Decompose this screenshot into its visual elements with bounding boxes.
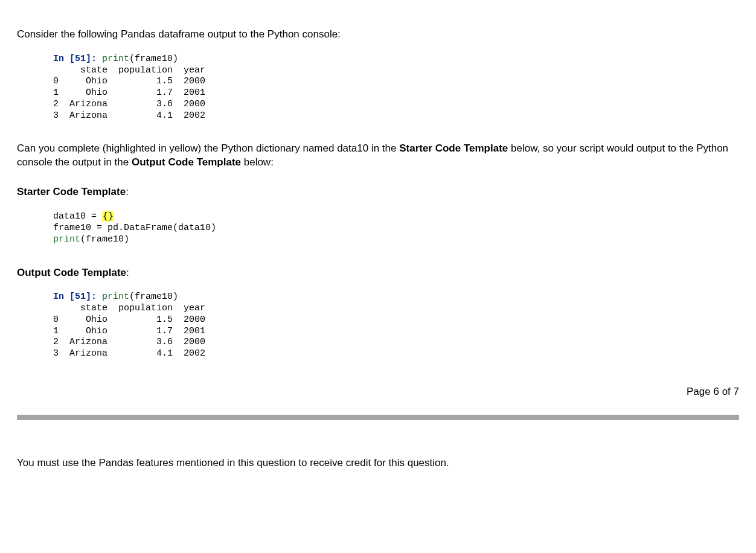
df-row-3: 3 Arizona 4.1 2002 [53, 110, 205, 121]
in-close: ]: [86, 54, 102, 64]
df-row-1: 1 Ohio 1.7 2001 [53, 88, 205, 98]
output-bold: Output Code Template [132, 156, 241, 168]
intro-text: Consider the following Pandas dataframe … [17, 28, 739, 42]
console-output-1: In [51]: print(frame10) state population… [53, 54, 739, 122]
df-row-0-2: 0 Ohio 1.5 2000 [53, 315, 205, 325]
print-arg: frame10 [135, 54, 173, 64]
question-part-1: Can you complete (highlighted in yellow)… [17, 142, 399, 154]
starter-code-block: data10 = {} frame10 = pd.DataFrame(data1… [53, 211, 739, 245]
in-label: In [ [53, 54, 75, 64]
print-keyword: print [102, 54, 129, 64]
in-number: 51 [75, 54, 86, 64]
output-heading: Output Code Template: [17, 266, 739, 280]
in-number-2: 51 [75, 292, 86, 302]
df-row-3-2: 3 Arizona 4.1 2002 [53, 348, 205, 359]
df-row-1-2: 1 Ohio 1.7 2001 [53, 326, 205, 336]
print-arg-close-2: ) [173, 292, 178, 302]
question-paragraph: Can you complete (highlighted in yellow)… [17, 142, 739, 170]
page-number: Page 6 of 7 [17, 385, 739, 399]
starter-line2: frame10 = pd.DataFrame(data10) [53, 223, 216, 233]
df-header-2: state population year [53, 303, 205, 313]
df-row-2: 2 Arizona 3.6 2000 [53, 99, 205, 109]
starter-heading-label: Starter Code Template [17, 186, 126, 197]
console-output-2: In [51]: print(frame10) state population… [53, 292, 739, 360]
df-row-2-2: 2 Arizona 3.6 2000 [53, 337, 205, 347]
in-close-2: ]: [86, 292, 102, 302]
starter-highlight: {} [102, 211, 114, 222]
starter-bold: Starter Code Template [399, 142, 508, 154]
df-header: state population year [53, 65, 205, 75]
df-row-0: 0 Ohio 1.5 2000 [53, 76, 205, 86]
footer-note: You must use the Pandas features mention… [17, 456, 739, 470]
starter-print-kw: print [53, 234, 80, 245]
print-arg-open-2: ( [129, 292, 135, 302]
starter-heading: Starter Code Template: [17, 185, 739, 199]
output-heading-label: Output Code Template [17, 267, 126, 278]
print-arg-2: frame10 [135, 292, 173, 302]
starter-print-args: (frame10) [80, 234, 129, 245]
question-part-3: below: [241, 156, 274, 168]
print-arg-close: ) [173, 54, 178, 64]
starter-heading-colon: : [126, 186, 129, 197]
in-label-2: In [ [53, 292, 75, 302]
print-arg-open: ( [129, 54, 135, 64]
page-separator [17, 415, 739, 420]
print-keyword-2: print [102, 292, 129, 302]
starter-line1a: data10 = [53, 211, 102, 222]
output-heading-colon: : [126, 267, 129, 278]
